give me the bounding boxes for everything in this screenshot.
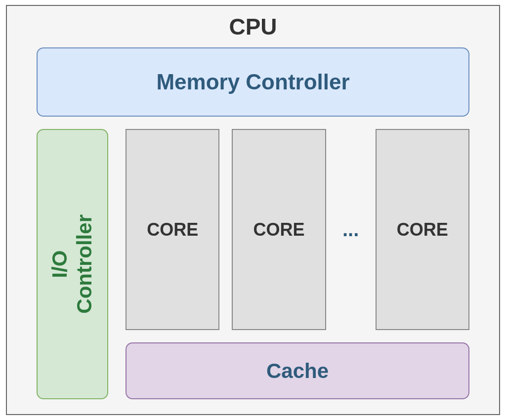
memory-controller-block: Memory Controller [37,47,469,117]
core-block-1: CORE [126,129,219,330]
cpu-title: CPU [22,13,484,40]
cores-ellipsis: ... [338,129,363,330]
core-label-3: CORE [397,219,448,240]
right-section: CORE CORE ... CORE Cache [126,129,469,399]
core-block-2: CORE [232,129,326,330]
core-label-1: CORE [147,219,198,240]
core-label-2: CORE [253,219,304,240]
io-controller-block: I/O Controller [37,129,108,399]
core-block-3: CORE [376,129,469,330]
io-controller-label: I/O Controller [47,214,97,314]
cores-row: CORE CORE ... CORE [126,129,469,330]
cpu-container: CPU Memory Controller I/O Controller COR… [6,5,500,415]
cache-block: Cache [126,342,469,399]
memory-controller-label: Memory Controller [156,70,349,94]
cache-label: Cache [266,359,329,383]
lower-section: I/O Controller CORE CORE ... CORE Cache [22,129,484,399]
